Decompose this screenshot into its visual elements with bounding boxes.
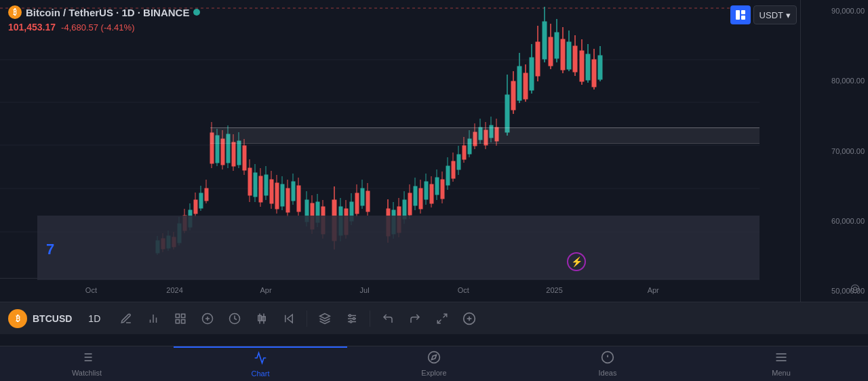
pencil-btn[interactable] <box>114 306 138 331</box>
timeframe-selector[interactable]: 1D <box>83 310 106 327</box>
svg-point-182 <box>350 321 352 323</box>
nav-explore[interactable]: Explore <box>347 346 521 381</box>
svg-rect-156 <box>736 10 740 20</box>
svg-rect-164 <box>176 319 180 323</box>
candle-btn[interactable] <box>250 306 274 331</box>
ideas-icon <box>601 350 614 367</box>
toolbar-btc-icon: ₿ <box>8 309 27 328</box>
svg-line-183 <box>443 314 447 317</box>
nav-ideas[interactable]: Ideas <box>521 346 694 381</box>
svg-rect-163 <box>182 314 185 317</box>
undo-btn[interactable] <box>376 306 400 331</box>
bar-chart-btn[interactable] <box>141 306 165 331</box>
svg-line-184 <box>438 319 441 323</box>
menu-icon <box>774 350 788 367</box>
chevron-down-icon: ▾ <box>786 10 791 20</box>
svg-rect-157 <box>741 10 745 14</box>
settings-btn[interactable] <box>340 306 364 331</box>
usdt-selector[interactable]: USDT ▾ <box>730 5 797 24</box>
chart-area[interactable]: 7 ⚡ ₿ Bitcoin / TetherUS · 1D · BINANCE … <box>0 0 760 302</box>
live-dot <box>193 9 200 16</box>
redo-btn[interactable] <box>403 306 427 331</box>
nav-menu-label: Menu <box>772 369 791 377</box>
price-label-60k: 60,000.00 <box>804 217 865 225</box>
locate-button[interactable]: ◎ <box>846 278 865 297</box>
chart-toolbar: ₿ BTCUSD 1D <box>0 302 868 334</box>
svg-rect-162 <box>176 314 180 317</box>
svg-point-194 <box>429 352 440 363</box>
nav-watchlist[interactable]: Watchlist <box>0 346 174 381</box>
resistance-band <box>210 127 760 144</box>
btc-icon: ₿ <box>8 5 22 19</box>
tradingview-watermark: 7 <box>46 241 53 258</box>
price-label-70k: 70,000.00 <box>804 147 865 155</box>
price-change: -4,680.57 (-4.41%) <box>61 22 134 33</box>
nav-menu[interactable]: Menu <box>694 346 868 381</box>
currency-label: USDT <box>760 10 783 20</box>
chart-icon <box>254 351 267 368</box>
nav-watchlist-label: Watchlist <box>72 369 102 377</box>
svg-point-180 <box>349 315 351 317</box>
nav-chart[interactable]: Chart <box>174 346 347 381</box>
symbol-text: Bitcoin / TetherUS · 1D · BINANCE <box>26 7 189 18</box>
svg-rect-165 <box>182 319 185 323</box>
flash-icon[interactable]: ⚡ <box>567 252 586 271</box>
price-label-90k: 90,000.00 <box>804 7 865 15</box>
layout-button[interactable] <box>730 5 751 24</box>
svg-marker-176 <box>320 313 330 319</box>
bottom-band <box>37 216 760 280</box>
current-price: 101,453.17 <box>8 22 56 33</box>
price-axis: 90,000.00 80,000.00 70,000.00 60,000.00 … <box>800 0 868 302</box>
svg-point-181 <box>353 317 355 319</box>
nav-chart-label: Chart <box>252 369 270 378</box>
rewind-btn[interactable] <box>277 306 301 331</box>
svg-marker-195 <box>431 355 436 359</box>
toolbar-divider-2 <box>370 310 370 327</box>
nav-ideas-label: Ideas <box>599 369 617 377</box>
header: ₿ Bitcoin / TetherUS · 1D · BINANCE 101,… <box>8 5 200 33</box>
add-btn[interactable] <box>195 306 220 331</box>
bottom-nav: Watchlist Chart Explore Ideas <box>0 346 868 381</box>
toolbar-symbol: BTCUSD <box>33 313 72 324</box>
svg-rect-158 <box>741 16 745 20</box>
svg-marker-174 <box>288 315 293 323</box>
plus-indicator-btn[interactable] <box>457 306 481 331</box>
currency-selector[interactable]: USDT ▾ <box>753 5 797 24</box>
apps-btn[interactable] <box>168 306 193 331</box>
layers-btn[interactable] <box>313 306 337 331</box>
watchlist-icon <box>80 350 94 367</box>
toolbar-divider-1 <box>307 310 307 327</box>
price-label-80k: 80,000.00 <box>804 77 865 85</box>
nav-explore-label: Explore <box>421 369 446 377</box>
clock-btn[interactable] <box>222 306 247 331</box>
explore-icon <box>427 350 441 367</box>
fullscreen-btn[interactable] <box>430 306 454 331</box>
